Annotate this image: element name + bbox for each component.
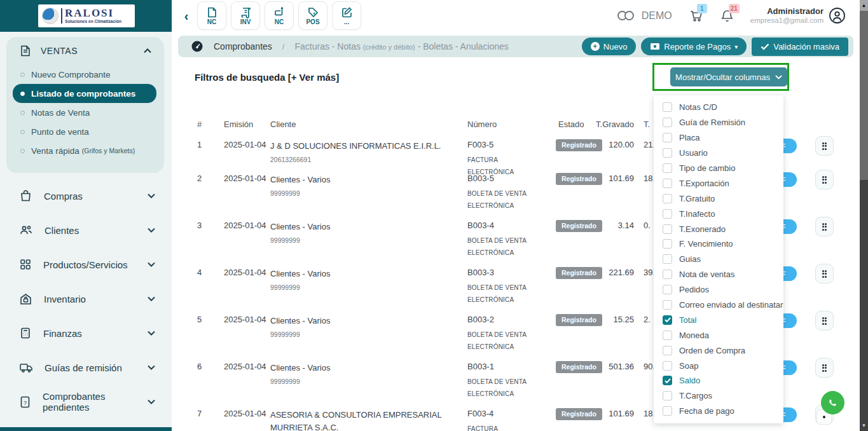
- checkbox-icon[interactable]: [663, 133, 672, 142]
- quick-button-nc[interactable]: NC: [197, 1, 226, 30]
- checkbox-icon[interactable]: [663, 331, 672, 340]
- column-toggle-item[interactable]: F. Vencimiento: [654, 236, 783, 252]
- checkbox-icon[interactable]: [663, 102, 672, 112]
- row-menu-button[interactable]: [815, 311, 834, 331]
- column-toggle-item[interactable]: Notas C/D: [654, 100, 783, 115]
- submenu-item[interactable]: Listado de comprobantes: [13, 84, 156, 103]
- column-toggle-item[interactable]: Orden de Compra: [654, 343, 783, 358]
- check-icon: [761, 43, 769, 50]
- column-toggle-item[interactable]: Moneda: [654, 327, 783, 343]
- column-toggle-item[interactable]: T.Cargos: [654, 388, 783, 404]
- checkbox-icon[interactable]: [663, 254, 672, 264]
- checkbox-icon[interactable]: [663, 239, 672, 249]
- column-toggle-item[interactable]: Pedidos: [654, 282, 783, 298]
- column-toggle-item[interactable]: Guias: [654, 252, 783, 267]
- row-client-cell: Clientes - Varios 99999999: [261, 214, 458, 244]
- checkbox-icon[interactable]: [663, 209, 672, 219]
- quick-button-inv[interactable]: INV: [231, 1, 260, 30]
- show-hide-columns-button[interactable]: Mostrar/Ocultar columnas: [670, 67, 787, 86]
- quick-button-nc2[interactable]: NC: [265, 1, 294, 30]
- checkbox-icon[interactable]: [663, 270, 672, 279]
- row-number: 4: [188, 261, 215, 277]
- sidebar-item-label: Inventario: [44, 294, 136, 304]
- warehouse-icon: [19, 292, 32, 306]
- checkbox-icon[interactable]: [663, 285, 672, 294]
- page-scrollbar[interactable]: ▲ ▼: [860, 0, 868, 431]
- column-toggle-item[interactable]: Tipo de cambio: [654, 161, 783, 176]
- column-toggle-item[interactable]: Correo enviado al destinatario: [654, 298, 783, 313]
- company-logo[interactable]: RALOSI Soluciones en Climatización: [38, 4, 135, 27]
- sidebar-item-inventario[interactable]: Inventario: [0, 285, 172, 313]
- submenu-item[interactable]: Notas de Venta: [13, 103, 158, 122]
- column-toggle-item[interactable]: Total: [654, 312, 783, 327]
- checkbox-icon[interactable]: [663, 224, 672, 234]
- checkbox-icon[interactable]: [663, 194, 672, 203]
- submenu-item[interactable]: Punto de venta: [13, 122, 158, 141]
- row-menu-button[interactable]: [815, 264, 834, 284]
- document-question-icon: ?: [19, 395, 31, 409]
- whatsapp-button[interactable]: [821, 391, 844, 414]
- ver-mas-link[interactable]: [+ Ver más]: [288, 72, 339, 83]
- ventas-label: VENTAS: [41, 46, 135, 56]
- row-menu-button[interactable]: [815, 358, 834, 378]
- chevron-up-icon[interactable]: [144, 48, 151, 53]
- breadcrumb-section[interactable]: Comprobantes: [214, 41, 272, 51]
- row-menu-button[interactable]: [815, 170, 834, 189]
- checkbox-icon[interactable]: [663, 118, 672, 127]
- submenu-item[interactable]: Nuevo Comprobante: [13, 65, 158, 84]
- sidebar-item-guias[interactable]: Guías de remisión: [0, 353, 172, 381]
- quick-button-pos[interactable]: POS: [298, 1, 327, 30]
- row-menu-button[interactable]: [815, 136, 834, 156]
- row-status-cell: Registrado: [547, 308, 595, 326]
- checkbox-icon[interactable]: [663, 179, 672, 188]
- checkbox-icon[interactable]: [663, 300, 672, 310]
- checkbox-icon[interactable]: [663, 391, 672, 400]
- notifications-button[interactable]: 21: [720, 9, 734, 24]
- chevron-down-icon: [775, 75, 782, 79]
- column-toggle-item[interactable]: T.Gratuito: [654, 191, 783, 206]
- breadcrumb-bar: Comprobantes / Facturas - Notas (crédito…: [178, 36, 853, 57]
- column-toggle-item[interactable]: Guía de Remisión: [654, 115, 783, 130]
- sidebar-item-pendientes[interactable]: ? Comprobantes pendientes: [0, 388, 172, 416]
- row-menu-button[interactable]: [815, 217, 834, 236]
- column-toggle-item[interactable]: Placa: [654, 130, 783, 146]
- payments-report-button[interactable]: Reporte de Pagos ▾: [641, 38, 747, 55]
- checkbox-icon[interactable]: [663, 406, 672, 416]
- checkbox-icon[interactable]: [663, 376, 672, 385]
- checkbox-icon[interactable]: [663, 315, 672, 325]
- column-toggle-item[interactable]: Nota de ventas: [654, 267, 783, 282]
- breadcrumb: Comprobantes / Facturas - Notas (crédito…: [191, 40, 582, 53]
- checkbox-icon[interactable]: [663, 163, 672, 173]
- checkbox-icon[interactable]: [663, 148, 672, 158]
- sidebar-item-clientes[interactable]: Clientes: [0, 216, 172, 244]
- column-toggle-item[interactable]: T.Exonerado: [654, 221, 783, 236]
- row-emission-date: 2025-01-04: [215, 402, 261, 418]
- checkbox-icon[interactable]: [663, 346, 672, 355]
- mass-validation-button[interactable]: Validación masiva: [752, 38, 848, 56]
- submenu-item[interactable]: Venta rápida (Grifos y Markets): [13, 141, 158, 160]
- user-menu[interactable]: Administrador empresa1@gmail.com: [750, 6, 846, 25]
- column-toggle-item[interactable]: T.Inafecto: [654, 206, 783, 221]
- sidebar-item-productos[interactable]: Productos/Servicios: [0, 250, 172, 278]
- column-toggle-label: F. Vencimiento: [679, 239, 733, 249]
- column-toggle-item[interactable]: Soap: [654, 358, 783, 373]
- quick-button-more[interactable]: ...: [332, 1, 361, 30]
- sidebar-item-ventas[interactable]: VENTAS: [13, 44, 158, 57]
- sidebar-item-compras[interactable]: Compras: [0, 182, 172, 210]
- sidebar-collapse-chevron[interactable]: ‹: [179, 8, 193, 24]
- scroll-up-arrow[interactable]: ▲: [860, 0, 868, 11]
- column-toggle-item[interactable]: Saldo: [654, 373, 783, 388]
- sidebar-item-finanzas[interactable]: Finanzas: [0, 319, 172, 347]
- document-number: B003-5: [467, 174, 547, 183]
- logo-subtitle: Soluciones en Climatización: [65, 20, 121, 24]
- column-toggle-item[interactable]: T.Exportación: [654, 175, 783, 191]
- demo-toggle[interactable]: DEMO: [617, 10, 672, 22]
- scrollbar-thumb[interactable]: [860, 11, 868, 180]
- scroll-down-arrow[interactable]: ▼: [860, 421, 868, 430]
- new-button[interactable]: + Nuevo: [582, 38, 637, 55]
- checkbox-icon[interactable]: [663, 361, 672, 371]
- column-toggle-item[interactable]: Usuario: [654, 146, 783, 161]
- plus-icon: +: [591, 42, 600, 51]
- cart-button[interactable]: 1: [689, 9, 704, 23]
- column-toggle-item[interactable]: Fecha de pago: [654, 404, 783, 419]
